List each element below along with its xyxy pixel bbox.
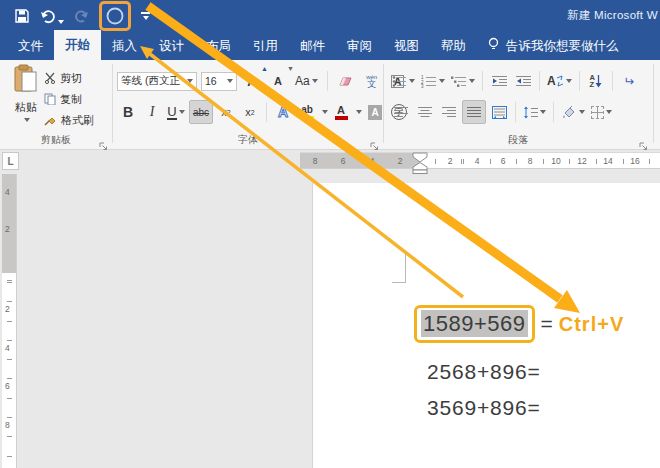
selection-highlight-box: 1589+569 <box>414 305 535 343</box>
tab-file[interactable]: 文件 <box>7 32 54 60</box>
ruler-number: 6 <box>341 156 346 166</box>
shading-bucket-button[interactable] <box>559 101 587 123</box>
ruler-number: 6 <box>501 156 506 166</box>
ruler-number: 6 <box>5 381 10 391</box>
bold-button[interactable]: B <box>117 101 139 123</box>
sort-button[interactable]: AZ <box>585 70 607 92</box>
paste-button[interactable]: 粘贴 <box>6 64 46 122</box>
save-icon[interactable] <box>14 8 30 24</box>
asian-layout-button[interactable]: A <box>545 70 574 92</box>
clipboard-dialog-launcher[interactable] <box>99 137 108 146</box>
italic-button[interactable]: I <box>141 101 163 123</box>
bullet-list-button[interactable] <box>390 70 417 92</box>
tab-insert[interactable]: 插入 <box>101 32 148 60</box>
title-bar: 新建 Microsoft W <box>0 0 660 32</box>
copy-button[interactable]: 复制 <box>44 89 82 110</box>
phonetic-guide-button[interactable]: wén文 <box>361 70 383 92</box>
equals-sign[interactable]: = <box>541 312 553 336</box>
equation-line-1[interactable]: 1589+569 = Ctrl+V <box>414 305 624 343</box>
show-hide-marks-button[interactable]: ↵ <box>618 70 640 92</box>
ruler-number: 4 <box>5 187 10 197</box>
strikethrough-button[interactable]: abc <box>189 100 213 124</box>
subscript-button[interactable]: x2 <box>215 101 237 123</box>
tell-me-box[interactable]: 告诉我你想要做什么 <box>477 32 629 60</box>
lightbulb-icon <box>487 37 500 55</box>
change-case-button[interactable]: Aa <box>293 70 320 92</box>
vertical-ruler[interactable]: 4 2 2 4 6 8 <box>2 174 17 468</box>
equation-line-2[interactable]: 2568+896= <box>427 360 540 384</box>
text-effects-button[interactable]: A <box>272 101 294 123</box>
paragraph-group: 123 A AZ ↵ <box>384 60 652 150</box>
grow-font-button[interactable]: A▲ <box>241 70 263 92</box>
text-highlight-button[interactable]: ab <box>296 101 318 123</box>
tab-mailings[interactable]: 邮件 <box>289 32 336 60</box>
ruler-number: 2 <box>5 224 10 234</box>
align-center-button[interactable] <box>414 101 436 123</box>
format-painter-brush-icon <box>44 114 57 128</box>
paste-dropdown-caret[interactable] <box>24 118 30 122</box>
borders-button[interactable] <box>589 101 614 123</box>
ruler-number: 2 <box>5 304 10 314</box>
indent-markers[interactable] <box>407 152 433 174</box>
font-size-combo[interactable]: 16 <box>201 72 237 91</box>
font-name-combo[interactable]: 等线 (西文正 <box>117 72 197 91</box>
undo-button[interactable] <box>40 9 64 24</box>
circle-tool-icon[interactable] <box>105 6 125 26</box>
increase-indent-button[interactable] <box>512 70 534 92</box>
tab-stop-selector[interactable]: L <box>2 152 19 170</box>
font-group-label: 字体 <box>113 133 383 147</box>
font-color-button[interactable]: A <box>330 101 352 123</box>
tab-layout[interactable]: 布局 <box>195 32 242 60</box>
underline-button[interactable]: U <box>165 101 187 123</box>
format-painter-button[interactable]: 格式刷 <box>44 110 94 131</box>
distribute-button[interactable] <box>488 101 510 123</box>
highlight-dropdown-caret[interactable] <box>322 110 328 114</box>
tab-references[interactable]: 引用 <box>242 32 289 60</box>
paragraph-dialog-launcher[interactable] <box>639 137 648 146</box>
ruler-number: 4 <box>370 156 375 166</box>
ruler-number: 2 <box>398 156 403 166</box>
font-dialog-launcher[interactable] <box>370 137 379 146</box>
line-spacing-button[interactable] <box>521 101 548 123</box>
font-name-value: 等线 (西文正 <box>121 74 180 88</box>
font-color-dropdown-caret[interactable] <box>356 110 362 114</box>
copy-icon <box>44 93 56 107</box>
document-area: L 8 6 4 2 2 4 6 8 10 12 14 16 4 2 2 4 <box>0 150 660 468</box>
undo-dropdown-caret[interactable] <box>58 20 64 24</box>
tell-me-label: 告诉我你想要做什么 <box>506 38 619 55</box>
copy-label: 复制 <box>60 92 82 107</box>
ctrl-v-annotation: Ctrl+V <box>559 313 624 336</box>
shrink-font-button[interactable]: A▼ <box>267 70 289 92</box>
cut-button[interactable]: 剪切 <box>44 68 82 89</box>
tab-home[interactable]: 开始 <box>54 30 101 60</box>
ruler-number: 16 <box>630 156 639 166</box>
align-left-button[interactable] <box>390 101 412 123</box>
word-window: 新建 Microsoft W 文件 开始 插入 设计 布局 引用 邮件 审阅 视… <box>0 0 660 468</box>
tab-help[interactable]: 帮助 <box>430 32 477 60</box>
selected-text[interactable]: 1589+569 <box>421 310 528 337</box>
tab-design[interactable]: 设计 <box>148 32 195 60</box>
horizontal-ruler[interactable]: 8 6 4 2 2 4 6 8 10 12 14 16 <box>300 152 660 169</box>
font-size-value: 16 <box>205 75 217 87</box>
ribbon-tab-bar: 文件 开始 插入 设计 布局 引用 邮件 审阅 视图 帮助 告诉我你想要做什么 <box>0 32 660 60</box>
customize-qat-button[interactable] <box>141 12 150 20</box>
ruler-number: 10 <box>551 156 560 166</box>
redo-button[interactable] <box>74 9 89 24</box>
justify-button[interactable] <box>462 100 486 124</box>
quick-access-toolbar <box>14 0 150 32</box>
ruler-number: 8 <box>528 156 533 166</box>
numbered-list-button[interactable]: 123 <box>419 70 447 92</box>
decrease-indent-button[interactable] <box>488 70 510 92</box>
ruler-number: 8 <box>5 420 10 430</box>
align-right-button[interactable] <box>438 101 460 123</box>
ruler-number: 8 <box>313 156 318 166</box>
ruler-number: 4 <box>5 343 10 353</box>
tab-view[interactable]: 视图 <box>383 32 430 60</box>
superscript-button[interactable]: x2 <box>239 101 261 123</box>
clear-formatting-eraser-icon[interactable] <box>335 70 357 92</box>
multilevel-list-button[interactable] <box>449 70 477 92</box>
equation-line-3[interactable]: 3569+896= <box>427 396 540 420</box>
cut-label: 剪切 <box>60 71 82 86</box>
tab-review[interactable]: 审阅 <box>336 32 383 60</box>
font-group: 等线 (西文正 16 A▲ A▼ Aa wén文 A B I U abc x2 … <box>113 60 383 150</box>
